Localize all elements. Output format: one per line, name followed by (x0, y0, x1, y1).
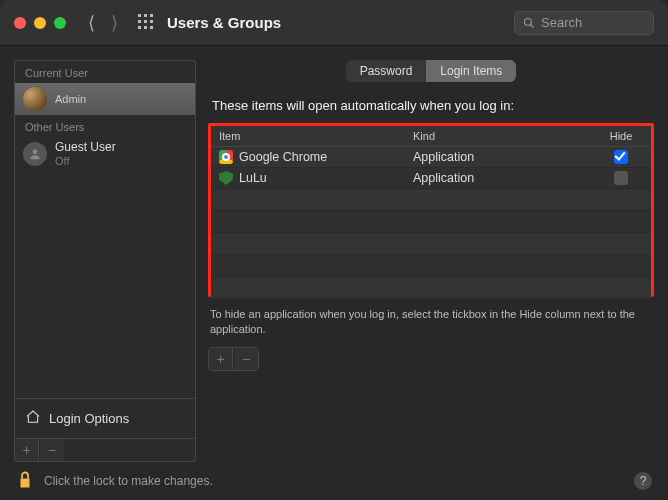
svg-rect-3 (138, 20, 141, 23)
svg-rect-7 (144, 26, 147, 29)
col-kind[interactable]: Kind (413, 130, 599, 142)
col-hide[interactable]: Hide (599, 130, 643, 142)
lock-icon[interactable] (16, 469, 34, 494)
remove-item-button[interactable]: − (234, 348, 258, 370)
minimize-button[interactable] (34, 17, 46, 29)
item-name: LuLu (239, 171, 267, 185)
window-controls (14, 17, 66, 29)
svg-rect-6 (138, 26, 141, 29)
titlebar: ⟨ ⟩ Users & Groups Search (0, 0, 668, 46)
footer: Click the lock to make changes. ? (0, 462, 668, 500)
tab-password[interactable]: Password (346, 60, 427, 82)
table-row (211, 255, 651, 277)
table-row[interactable]: Google Chrome Application (211, 147, 651, 168)
lock-text: Click the lock to make changes. (44, 474, 213, 488)
current-user-row[interactable]: Admin (15, 83, 195, 115)
back-button[interactable]: ⟨ (88, 14, 95, 32)
add-user-button[interactable]: + (15, 439, 39, 461)
avatar-icon (23, 87, 47, 111)
svg-rect-0 (138, 14, 141, 17)
tab-login-items[interactable]: Login Items (426, 60, 516, 82)
svg-rect-2 (150, 14, 153, 17)
other-users-header: Other Users (15, 115, 195, 137)
search-icon (523, 17, 535, 29)
current-user-role: Admin (55, 93, 86, 106)
lulu-icon (219, 171, 233, 185)
window-title: Users & Groups (167, 14, 281, 31)
caption-text: These items will open automatically when… (212, 98, 650, 113)
home-icon (25, 409, 41, 428)
fullscreen-button[interactable] (54, 17, 66, 29)
col-item[interactable]: Item (219, 130, 413, 142)
svg-line-10 (531, 24, 534, 27)
hide-checkbox[interactable] (614, 150, 628, 164)
sidebar-add-remove: + − (15, 438, 195, 461)
svg-rect-1 (144, 14, 147, 17)
hint-text: To hide an application when you log in, … (210, 307, 652, 337)
item-add-remove: + − (208, 347, 259, 371)
tab-segment: Password Login Items (346, 60, 517, 82)
table-row (211, 211, 651, 233)
hide-checkbox[interactable] (614, 171, 628, 185)
table-row (211, 189, 651, 211)
main-pane: Password Login Items These items will op… (208, 60, 654, 462)
svg-rect-8 (150, 26, 153, 29)
other-user-name: Guest User (55, 141, 116, 155)
nav-buttons: ⟨ ⟩ (88, 14, 118, 32)
table-row[interactable]: LuLu Application (211, 168, 651, 189)
chrome-icon (219, 150, 233, 164)
avatar-icon (23, 142, 47, 166)
current-user-header: Current User (15, 61, 195, 83)
guest-user-row[interactable]: Guest User Off (15, 137, 195, 171)
search-placeholder: Search (541, 15, 582, 30)
other-user-role: Off (55, 155, 116, 168)
user-sidebar: Current User Admin Other Users Guest Use… (14, 60, 196, 462)
all-prefs-icon[interactable] (138, 14, 153, 32)
login-options-row[interactable]: Login Options (15, 399, 195, 438)
login-options-label: Login Options (49, 411, 129, 426)
item-name: Google Chrome (239, 150, 327, 164)
add-item-button[interactable]: + (209, 348, 233, 370)
svg-rect-4 (144, 20, 147, 23)
svg-point-9 (525, 18, 532, 25)
close-button[interactable] (14, 17, 26, 29)
svg-point-11 (33, 150, 38, 155)
item-kind: Application (413, 171, 599, 185)
remove-user-button[interactable]: − (40, 439, 64, 461)
svg-rect-5 (150, 20, 153, 23)
item-kind: Application (413, 150, 599, 164)
forward-button[interactable]: ⟩ (111, 14, 118, 32)
table-row (211, 233, 651, 255)
table-row (211, 277, 651, 299)
login-items-table: Item Kind Hide Google Chrome Application… (208, 123, 654, 297)
search-field[interactable]: Search (514, 11, 654, 35)
help-button[interactable]: ? (634, 472, 652, 490)
